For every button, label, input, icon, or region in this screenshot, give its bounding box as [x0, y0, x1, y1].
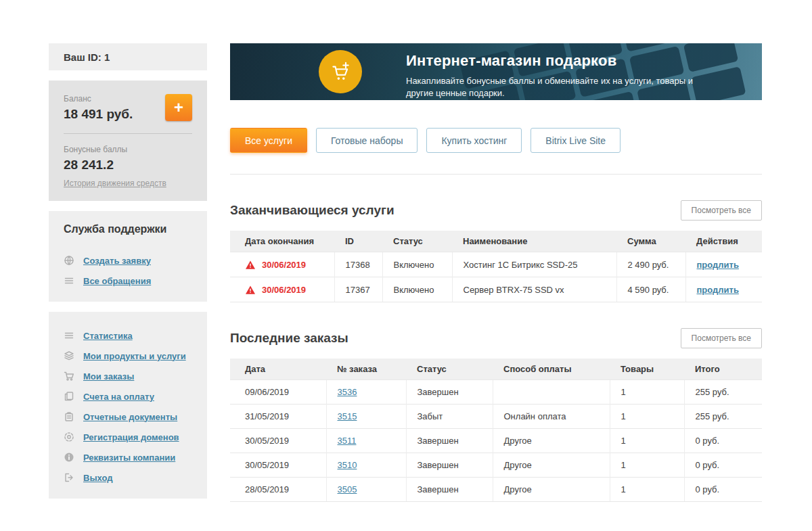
order-number-link[interactable]: 3515 — [338, 411, 357, 421]
sidebar-item-my-products[interactable]: Мои продукты и услуги — [64, 346, 192, 366]
warning-icon — [245, 284, 256, 295]
sidebar-item-label: Статистика — [83, 331, 133, 341]
service-name: Сервер BTRX-75 SSD vx — [452, 277, 616, 302]
filter-bitrix-live-site[interactable]: Bitrix Live Site — [531, 128, 621, 153]
order-total: 0 руб. — [684, 478, 762, 502]
sidebar-item-my-orders[interactable]: Мои заказы — [64, 366, 192, 386]
order-payment: Онлайн оплата — [493, 405, 610, 429]
sidebar-item-domain-registration[interactable]: Регистрация доменов — [64, 427, 192, 447]
sidebar-item-statistics[interactable]: Статистика — [64, 325, 192, 346]
column-header: Итого — [684, 359, 762, 380]
sidebar-item-label: Реквизиты компании — [83, 453, 175, 463]
order-number-link[interactable]: 3510 — [338, 460, 357, 470]
list-icon — [64, 330, 74, 341]
section-divider — [230, 174, 762, 175]
expiring-services-section: Заканчивающиеся услуги Посмотреть все Да… — [230, 200, 762, 302]
order-date: 31/05/2019 — [230, 405, 326, 429]
order-date: 30/05/2019 — [230, 453, 326, 478]
column-header: Товары — [610, 359, 684, 380]
sidebar-item-label: Мои заказы — [83, 371, 134, 382]
clipboard-icon — [64, 411, 74, 422]
service-status: Включено — [382, 277, 452, 302]
balance-label: Баланс — [64, 94, 133, 103]
sidebar-item-label: Счета на оплату — [83, 392, 154, 402]
column-header: Способ оплаты — [493, 359, 610, 380]
table-header-row: Дата№ заказаСтатусСпособ оплатыТоварыИто… — [230, 359, 762, 380]
user-id-box: Ваш ID: 1 — [49, 43, 207, 70]
order-status: Забыт — [406, 405, 493, 429]
expiring-services-title: Заканчивающиеся услуги — [230, 203, 394, 218]
service-name: Хостинг 1С Битрикс SSD-25 — [452, 252, 616, 277]
documents-icon — [64, 391, 74, 402]
order-date: 30/05/2019 — [230, 429, 326, 453]
support-link-all-tickets[interactable]: Все обращения — [64, 271, 192, 291]
sidebar-item-label: Выход — [83, 473, 112, 483]
order-status: Завершен — [406, 453, 493, 478]
service-status: Включено — [382, 252, 452, 277]
order-payment: Другое — [493, 429, 610, 453]
recent-orders-title: Последние заказы — [230, 331, 348, 346]
prolong-link[interactable]: продлить — [697, 260, 739, 270]
order-number-link[interactable]: 3536 — [338, 387, 357, 397]
order-status: Завершен — [406, 380, 493, 405]
order-qty: 1 — [610, 405, 684, 429]
sidebar-item-company-details[interactable]: Реквизиты компании — [64, 447, 192, 467]
column-header: Сумма — [616, 231, 685, 252]
filter-ready-sets[interactable]: Готовые наборы — [316, 128, 418, 153]
view-all-orders-button[interactable]: Посмотреть все — [681, 328, 762, 348]
sidebar-item-label: Регистрация доменов — [83, 432, 179, 442]
filter-buy-hosting[interactable]: Купить хостинг — [426, 128, 522, 153]
service-id: 17368 — [334, 252, 382, 277]
column-header: Действия — [685, 231, 762, 252]
user-id-label: Ваш ID: 1 — [64, 51, 110, 63]
order-payment: Другое — [493, 478, 610, 502]
service-row: 30/06/2019 17368 Включено Хостинг 1С Бит… — [230, 252, 762, 277]
service-sum: 4 590 руб. — [616, 277, 685, 302]
sidebar-item-label: Отчетные документы — [83, 412, 177, 422]
globe-icon — [64, 255, 74, 266]
support-link-label: Создать заявку — [83, 256, 151, 266]
filter-buttons: Все услугиГотовые наборыКупить хостингBi… — [230, 128, 762, 153]
order-number-link[interactable]: 3511 — [338, 436, 357, 446]
order-total: 0 руб. — [684, 429, 762, 453]
order-date: 28/05/2019 — [230, 478, 326, 502]
balance-divider — [64, 133, 192, 134]
main-content: Интернет-магазин подарков Накапливайте б… — [230, 43, 762, 509]
order-payment: Другое — [493, 453, 610, 478]
bonus-value: 28 241.2 — [64, 158, 192, 172]
table-header-row: Дата окончанияIDСтатусНаименованиеСуммаД… — [230, 231, 762, 252]
warning-icon — [245, 259, 256, 270]
service-end-date: 30/06/2019 — [262, 260, 306, 270]
banner-subtitle: Накапливайте бонусные баллы и обменивайт… — [406, 75, 707, 99]
sidebar-item-report-documents[interactable]: Отчетные документы — [64, 407, 192, 427]
cart-plus-icon — [319, 50, 362, 93]
order-qty: 1 — [610, 429, 684, 453]
order-total: 255 руб. — [684, 380, 762, 405]
support-card: Служба поддержки Создать заявку Все обра… — [49, 211, 207, 302]
support-title: Служба поддержки — [64, 223, 192, 235]
column-header: Дата окончания — [230, 231, 334, 252]
bonus-label: Бонусные баллы — [64, 145, 192, 154]
service-sum: 2 490 руб. — [616, 252, 685, 277]
order-number-link[interactable]: 3505 — [338, 484, 357, 494]
column-header: Дата — [230, 359, 326, 380]
sidebar-item-logout[interactable]: Выход — [64, 467, 192, 488]
order-total: 0 руб. — [684, 453, 762, 478]
list-icon — [64, 275, 74, 286]
sidebar-item-invoices[interactable]: Счета на оплату — [64, 386, 192, 407]
sidebar-menu: Статистика Мои продукты и услуги Мои зак… — [49, 312, 207, 499]
view-all-services-button[interactable]: Посмотреть все — [681, 200, 762, 221]
order-row: 30/05/2019 3510 Завершен Другое 1 0 руб. — [230, 453, 762, 478]
account-dashboard: Ваш ID: 1 Баланс 18 491 руб. + Бонусные … — [0, 0, 812, 509]
order-row: 30/05/2019 3511 Завершен Другое 1 0 руб. — [230, 429, 762, 453]
balance-card: Баланс 18 491 руб. + Бонусные баллы 28 2… — [49, 80, 207, 201]
layers-icon — [64, 350, 74, 361]
order-qty: 1 — [610, 380, 684, 405]
prolong-link[interactable]: продлить — [697, 285, 739, 295]
funds-history-link[interactable]: История движения средств — [64, 179, 166, 188]
filter-all-services[interactable]: Все услуги — [230, 128, 307, 153]
logout-icon — [64, 472, 74, 483]
sidebar-item-label: Мои продукты и услуги — [83, 351, 186, 361]
add-funds-button[interactable]: + — [165, 94, 192, 121]
support-link-create-ticket[interactable]: Создать заявку — [64, 250, 192, 271]
